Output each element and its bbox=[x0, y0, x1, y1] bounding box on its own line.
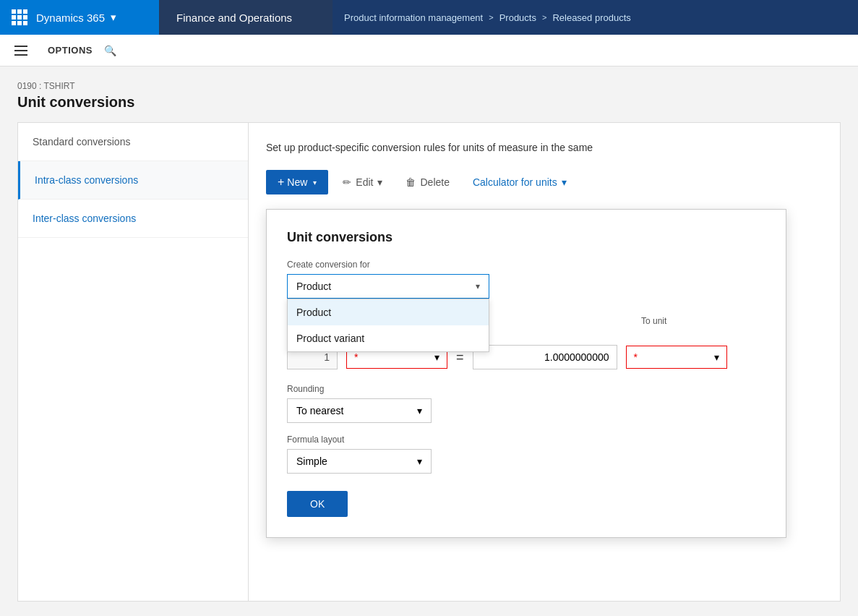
delete-button[interactable]: 🗑 Delete bbox=[397, 171, 458, 194]
dropdown-list: Product Product variant bbox=[287, 299, 489, 352]
dropdown-selected-value: Product bbox=[296, 281, 331, 292]
to-unit-arrow: ▾ bbox=[714, 351, 719, 363]
create-conversion-dropdown-wrapper: Product ▾ Product Product variant bbox=[287, 274, 489, 299]
finance-label: Finance and Operations bbox=[159, 0, 333, 35]
two-column-layout: Standard conversions Intra-class convers… bbox=[17, 122, 841, 602]
rounding-chevron-icon: ▾ bbox=[417, 405, 422, 416]
breadcrumb-bar: Product information management > Product… bbox=[333, 0, 858, 35]
rounding-label: Rounding bbox=[287, 384, 765, 394]
edit-button[interactable]: ✏ Edit ▾ bbox=[334, 171, 391, 194]
calculator-button[interactable]: Calculator for units ▾ bbox=[464, 171, 575, 194]
rounding-value: To nearest bbox=[296, 405, 343, 416]
toolbar: OPTIONS 🔍 bbox=[0, 35, 858, 67]
pencil-icon: ✏ bbox=[343, 176, 351, 188]
sidebar-item-standard[interactable]: Standard conversions bbox=[18, 123, 248, 161]
top-navigation: Dynamics 365 ▾ Finance and Operations Pr… bbox=[0, 0, 858, 35]
create-conversion-label: Create conversion for bbox=[287, 260, 765, 270]
rounding-dropdown[interactable]: To nearest ▾ bbox=[287, 398, 432, 423]
to-unit-asterisk: * bbox=[634, 351, 638, 363]
new-dropdown-arrow: ▾ bbox=[313, 179, 317, 187]
panel-description: Set up product-specific conversion rules… bbox=[266, 140, 823, 155]
to-unit-select[interactable]: * ▾ bbox=[626, 346, 727, 369]
right-panel: Set up product-specific conversion rules… bbox=[249, 122, 841, 602]
content-area: 0190 : TSHIRT Unit conversions Standard … bbox=[0, 67, 858, 616]
edit-dropdown-arrow: ▾ bbox=[377, 176, 382, 188]
hamburger-menu[interactable] bbox=[12, 43, 30, 59]
formula-chevron-icon: ▾ bbox=[417, 455, 422, 467]
page-title: Unit conversions bbox=[17, 94, 841, 111]
create-conversion-dropdown[interactable]: Product ▾ bbox=[287, 274, 489, 299]
formula-value: Simple bbox=[296, 455, 327, 467]
ok-label: OK bbox=[310, 498, 325, 510]
to-unit-label: To unit bbox=[641, 316, 742, 326]
trash-icon: 🗑 bbox=[406, 176, 416, 188]
options-label: OPTIONS bbox=[48, 45, 93, 56]
brand-chevron: ▾ bbox=[111, 11, 116, 24]
breadcrumb-sep2: > bbox=[542, 13, 546, 22]
dropdown-option-product-variant[interactable]: Product variant bbox=[288, 325, 489, 351]
breadcrumb-pim[interactable]: Product information management bbox=[344, 12, 483, 23]
rounding-group: Rounding To nearest ▾ bbox=[287, 384, 765, 423]
brand-section[interactable]: Dynamics 365 ▾ bbox=[0, 0, 159, 35]
edit-label: Edit bbox=[356, 176, 373, 188]
to-value-input[interactable] bbox=[473, 345, 617, 369]
new-button[interactable]: + New ▾ bbox=[266, 170, 328, 194]
calc-dropdown-arrow: ▾ bbox=[562, 176, 567, 188]
ok-button[interactable]: OK bbox=[287, 491, 348, 517]
from-unit-arrow: ▾ bbox=[434, 351, 439, 363]
sidebar-item-intra[interactable]: Intra-class conversions bbox=[18, 161, 248, 200]
breadcrumb-products[interactable]: Products bbox=[499, 12, 536, 23]
conversion-panel: Unit conversions Create conversion for P… bbox=[266, 209, 786, 538]
delete-label: Delete bbox=[420, 176, 449, 188]
conversion-panel-title: Unit conversions bbox=[287, 230, 765, 245]
sidebar-item-inter[interactable]: Inter-class conversions bbox=[18, 200, 248, 238]
breadcrumb-sep1: > bbox=[489, 13, 493, 22]
chevron-down-icon: ▾ bbox=[476, 281, 480, 291]
action-bar: + New ▾ ✏ Edit ▾ 🗑 Delete Calculator for… bbox=[266, 170, 823, 194]
search-icon[interactable]: 🔍 bbox=[104, 45, 116, 56]
breadcrumb-released[interactable]: Released products bbox=[552, 12, 630, 23]
plus-icon: + bbox=[278, 176, 284, 189]
left-sidebar: Standard conversions Intra-class convers… bbox=[17, 122, 249, 602]
new-label: New bbox=[287, 176, 307, 188]
from-unit-asterisk: * bbox=[354, 351, 358, 363]
formula-dropdown[interactable]: Simple ▾ bbox=[287, 449, 432, 474]
page-breadcrumb: 0190 : TSHIRT bbox=[17, 81, 841, 91]
dropdown-option-product[interactable]: Product bbox=[288, 299, 489, 325]
calculator-label: Calculator for units bbox=[473, 176, 557, 188]
formula-group: Formula layout Simple ▾ bbox=[287, 435, 765, 474]
waffle-icon[interactable] bbox=[12, 9, 27, 25]
brand-name: Dynamics 365 bbox=[36, 12, 105, 24]
formula-label: Formula layout bbox=[287, 435, 765, 445]
